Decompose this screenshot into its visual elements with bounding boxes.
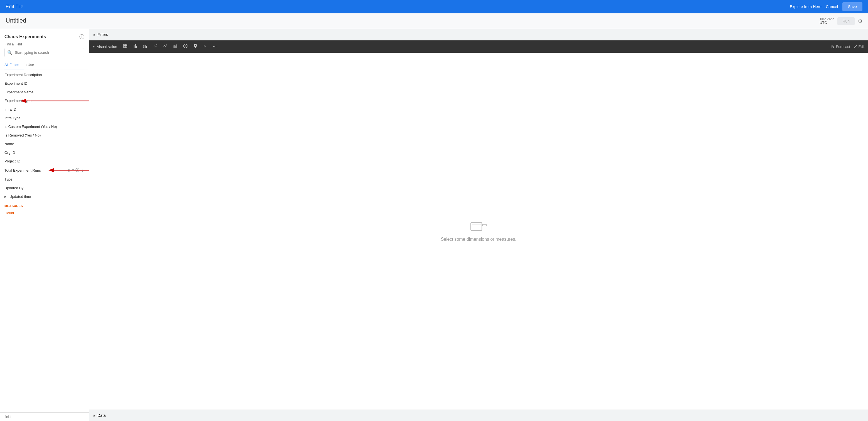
measures-section-label: MEASURES — [0, 201, 89, 209]
clock-icon[interactable] — [182, 43, 189, 51]
viz-right: Forecast Edit — [831, 45, 865, 49]
data-bar: ▶ Data — [89, 410, 868, 421]
sidebar-header: Chaos Experiments ⓘ — [0, 29, 89, 43]
line-chart-icon[interactable] — [162, 43, 169, 51]
filters-toggle[interactable]: ▶ Filters — [94, 32, 108, 37]
timezone-value: UTC — [819, 21, 834, 25]
svg-rect-4 — [145, 45, 145, 48]
field-name: Is Custom Experiment (Yes / No) — [4, 124, 57, 129]
list-item[interactable]: Is Custom Experiment (Yes / No) — [0, 122, 89, 131]
field-name: Experiment Description — [4, 73, 42, 77]
list-item[interactable]: Type — [0, 175, 89, 184]
triangle-right-icon: ▶ — [94, 33, 96, 36]
list-item[interactable]: Infra Type — [0, 114, 89, 122]
info-icon[interactable]: ⓘ — [79, 33, 84, 40]
visualization-label: ▼ Visualization — [92, 45, 117, 49]
data-label: Data — [97, 413, 106, 418]
triangle-right-data-icon: ▶ — [94, 414, 96, 417]
data-toggle[interactable]: ▶ Data — [94, 413, 106, 418]
find-field-label: Find a Field — [0, 43, 89, 48]
list-item[interactable]: Experiment Description — [0, 71, 89, 79]
number-icon[interactable]: 6 — [202, 43, 209, 51]
list-item[interactable]: Project ID — [0, 157, 89, 166]
stacked-bar-icon[interactable] — [142, 43, 149, 51]
field-name: Experiment Name — [4, 90, 33, 94]
field-name: Experiment ID — [4, 81, 27, 86]
visualization-content: Select some dimensions or measures. — [89, 53, 868, 410]
title-bar: Untitled Time Zone UTC Run ⚙ — [0, 13, 868, 29]
area-chart-icon[interactable] — [172, 43, 179, 51]
svg-point-7 — [155, 45, 155, 46]
cancel-button[interactable]: Cancel — [826, 4, 838, 9]
search-input[interactable] — [4, 48, 84, 57]
field-name: Total Experiment Runs — [4, 168, 41, 172]
list-item[interactable]: Updated By — [0, 184, 89, 192]
list-item[interactable]: Is Removed (Yes / No) — [0, 131, 89, 140]
updated-time-item[interactable]: ▶ Updated time — [0, 192, 89, 201]
svg-point-9 — [156, 44, 157, 45]
list-item[interactable]: Name — [0, 140, 89, 148]
tab-all-fields[interactable]: All Fields — [4, 60, 24, 69]
sidebar-footer: fields — [0, 412, 89, 421]
settings-icon[interactable]: ⚙ — [858, 18, 862, 24]
chevron-right-icon: ▶ — [4, 195, 7, 198]
main-content: Chaos Experiments ⓘ Find a Field 🔍 All F… — [0, 29, 868, 421]
total-experiment-runs-item[interactable]: Total Experiment Runs ⇅ ≡ ⓘ ⋮ — [0, 166, 89, 175]
field-actions: ⇅ ≡ ⓘ ⋮ — [68, 168, 84, 173]
field-name: ▶ Updated time — [4, 195, 31, 199]
filter-icon[interactable]: ≡ — [72, 168, 74, 172]
svg-rect-12 — [483, 224, 486, 226]
dashboard-title[interactable]: Untitled — [6, 17, 26, 25]
title-bar-right: Time Zone UTC Run ⚙ — [819, 17, 862, 25]
list-item[interactable]: Org ID — [0, 148, 89, 157]
list-item[interactable]: Infra ID — [0, 105, 89, 114]
more-icon[interactable]: ⋮ — [81, 168, 84, 172]
explore-from-here-button[interactable]: Explore from Here — [790, 4, 822, 9]
page-title: Edit Tile — [6, 4, 23, 10]
empty-state-icon — [470, 220, 487, 232]
svg-point-6 — [154, 47, 155, 47]
svg-rect-2 — [143, 47, 144, 48]
sort-icon[interactable]: ⇅ — [68, 168, 71, 172]
map-icon[interactable] — [192, 43, 199, 51]
filters-label: Filters — [97, 32, 108, 37]
svg-rect-11 — [471, 223, 482, 230]
list-item[interactable]: Experiment ID — [0, 79, 89, 88]
tabs-row: All Fields In Use — [0, 60, 89, 69]
field-name: Name — [4, 142, 14, 146]
search-box: 🔍 — [4, 48, 84, 57]
forecast-button[interactable]: Forecast — [831, 45, 850, 49]
empty-state-text: Select some dimensions or measures. — [441, 237, 516, 242]
scatter-icon[interactable] — [152, 43, 159, 51]
tab-in-use[interactable]: In Use — [24, 60, 39, 69]
field-name: Is Removed (Yes / No) — [4, 133, 41, 137]
svg-rect-3 — [143, 46, 144, 46]
info-small-icon[interactable]: ⓘ — [75, 168, 79, 173]
sidebar: Chaos Experiments ⓘ Find a Field 🔍 All F… — [0, 29, 89, 421]
field-name: Type — [4, 177, 12, 181]
more-viz-icon[interactable]: ··· — [212, 43, 218, 50]
viz-type-icons: 6 ··· — [122, 43, 829, 51]
visualization-bar: ▼ Visualization — [89, 40, 868, 53]
svg-text:6: 6 — [204, 44, 206, 48]
save-button[interactable]: Save — [842, 2, 862, 11]
sidebar-title: Chaos Experiments — [4, 34, 46, 39]
list-item[interactable]: Experiment Name — [0, 88, 89, 96]
run-button[interactable]: Run — [837, 17, 855, 25]
field-name: Org ID — [4, 150, 15, 155]
list-item[interactable]: Experiment Type — [0, 96, 89, 105]
timezone-selector[interactable]: Time Zone UTC — [819, 17, 834, 25]
field-name: Experiment Type — [4, 99, 31, 103]
count-measure-item[interactable]: Count — [0, 209, 89, 217]
edit-button[interactable]: Edit — [854, 45, 865, 49]
header-actions: Explore from Here Cancel Save — [790, 2, 862, 11]
right-panel: ▶ Filters ▼ Visualization — [89, 29, 868, 421]
triangle-down-icon[interactable]: ▼ — [92, 45, 95, 48]
field-name: Project ID — [4, 159, 20, 163]
svg-point-8 — [155, 46, 156, 47]
bar-chart-icon[interactable] — [132, 43, 139, 51]
table-icon[interactable] — [122, 43, 129, 51]
top-header: Edit Tile Explore from Here Cancel Save — [0, 0, 868, 13]
field-name: Infra Type — [4, 116, 21, 120]
search-icon: 🔍 — [7, 50, 12, 55]
